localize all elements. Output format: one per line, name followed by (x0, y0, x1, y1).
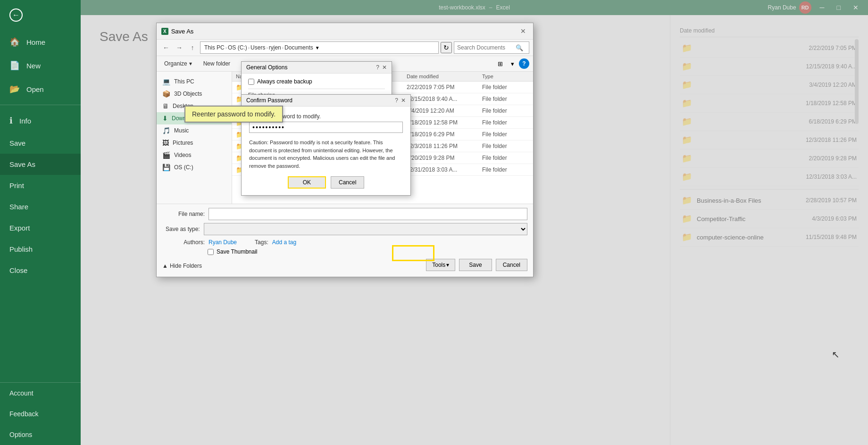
general-options-help-button[interactable]: ? (376, 64, 379, 71)
view-dropdown-button[interactable]: ▾ (507, 58, 518, 69)
confirm-ok-button[interactable]: OK (288, 176, 326, 189)
authors-value[interactable]: Ryan Dube (209, 239, 237, 246)
help-button[interactable]: ? (519, 58, 529, 69)
refresh-button[interactable]: ↻ (441, 42, 452, 53)
forward-nav-button[interactable]: → (174, 42, 185, 53)
confirm-password-help-button[interactable]: ? (395, 97, 398, 104)
back-button[interactable]: ← (0, 0, 81, 30)
confirm-password-titlebar: Confirm Password ? ✕ (242, 95, 410, 107)
authors-row: Authors: Ryan Dube Tags: Add a tag (162, 239, 527, 246)
sidebar-item-home[interactable]: 🏠 Home (0, 30, 81, 54)
back-nav-button[interactable]: ← (160, 42, 172, 53)
authors-label: Authors: (162, 239, 205, 246)
general-options-close-button[interactable]: ✕ (382, 64, 387, 71)
sidebar-item-share[interactable]: Share (0, 196, 81, 217)
main-content: test-workbook.xlsx – Excel Ryan Dube RD … (81, 0, 868, 445)
sidebar-item-export[interactable]: Export (0, 217, 81, 239)
videos-icon: 🎬 (162, 151, 170, 159)
music-icon: 🎵 (162, 127, 170, 134)
breadcrumb-os[interactable]: OS (C:) (228, 44, 247, 51)
sidebar-item-info[interactable]: ℹ Info (0, 109, 81, 132)
file-type-dropdown[interactable] (204, 223, 527, 235)
sidebar-item-account[interactable]: Account (0, 383, 81, 404)
address-dropdown-button[interactable]: ▼ (315, 45, 320, 50)
confirm-password-close-button[interactable]: ✕ (401, 97, 406, 104)
confirm-password-input[interactable] (249, 122, 403, 133)
always-backup-checkbox[interactable] (248, 79, 254, 85)
downloads-icon: ⬇ (162, 115, 168, 122)
left-nav-videos[interactable]: 🎬 Videos (157, 149, 232, 161)
col-type-header: Type (482, 74, 529, 79)
nav-toolbar: ← → ↑ This PC › OS (C:) › Users › ryjen … (157, 40, 533, 56)
sidebar-item-print[interactable]: Print (0, 175, 81, 196)
col-date-header[interactable]: Date modified (407, 74, 482, 79)
breadcrumb-documents[interactable]: Documents (284, 44, 313, 51)
up-nav-button[interactable]: ↑ (187, 42, 198, 53)
sidebar-item-open[interactable]: 📂 Open (0, 77, 81, 101)
left-navigation: 💻 This PC 📦 3D Objects 🖥 Desktop ⬇ Downl… (157, 72, 232, 204)
sidebar-item-save-as[interactable]: Save As (0, 154, 81, 175)
sidebar-item-label-new: New (26, 62, 41, 70)
search-box: 🔍 (454, 41, 529, 54)
left-nav-music[interactable]: 🎵 Music (157, 124, 232, 137)
save-thumbnail-checkbox[interactable] (208, 249, 214, 255)
general-options-titlebar: General Options ? ✕ (242, 62, 392, 74)
sidebar-item-label-open: Open (26, 85, 44, 93)
left-nav-pictures[interactable]: 🖼 Pictures (157, 137, 232, 149)
tools-button[interactable]: Tools ▾ (426, 259, 455, 271)
left-nav-this-pc[interactable]: 💻 This PC (157, 75, 232, 88)
breadcrumb-ryjen[interactable]: ryjen (269, 44, 281, 51)
tools-dropdown-icon: ▾ (446, 262, 449, 268)
sidebar-item-label-close: Close (9, 266, 27, 274)
sidebar-item-feedback[interactable]: Feedback (0, 404, 81, 424)
file-name-label: File name: (162, 211, 205, 217)
confirm-cancel-button[interactable]: Cancel (331, 176, 364, 189)
view-toggle-button[interactable]: ⊞ (494, 58, 506, 69)
excel-icon: X (161, 28, 168, 35)
new-folder-button[interactable]: New folder (199, 59, 235, 68)
cancel-button[interactable]: Cancel (496, 259, 527, 271)
sidebar-item-label-info: Info (19, 117, 31, 125)
breadcrumb-users[interactable]: Users (250, 44, 265, 51)
sidebar-item-options[interactable]: Options (0, 424, 81, 445)
file-type-row: Save as type: (162, 223, 527, 235)
save-thumbnail-label: Save Thumbnail (217, 248, 258, 255)
hide-folders-arrow: ▲ (162, 263, 168, 269)
organize-button[interactable]: Organize ▾ (160, 59, 196, 68)
back-icon: ← (9, 8, 23, 22)
info-icon: ℹ (9, 115, 13, 126)
desktop-icon: 🖥 (162, 102, 169, 110)
callout-text: Reenter password to modify. (192, 110, 275, 118)
file-type-label: Save as type: (162, 226, 200, 232)
dialog-title-label: Save As (171, 28, 194, 35)
left-nav-3d-objects[interactable]: 📦 3D Objects (157, 88, 232, 100)
sidebar-item-label-home: Home (26, 38, 45, 46)
dialog-title-area: X Save As (161, 28, 193, 35)
left-nav-os-c[interactable]: 💾 OS (C:) (157, 161, 232, 173)
view-buttons: ⊞ ▾ ? (494, 58, 529, 69)
open-icon: 📂 (9, 84, 20, 94)
3d-icon: 📦 (162, 90, 170, 98)
breadcrumb-this-pc[interactable]: This PC (204, 44, 225, 51)
search-input[interactable] (457, 44, 514, 51)
dialog-close-button[interactable]: ✕ (518, 26, 528, 36)
always-backup-label: Always create backup (257, 78, 312, 85)
sidebar-item-publish[interactable]: Publish (0, 239, 81, 260)
save-button[interactable]: Save (459, 259, 492, 271)
sidebar-item-save[interactable]: Save (0, 132, 81, 154)
drive-icon: 💾 (162, 164, 170, 171)
sidebar-item-label-publish: Publish (9, 245, 33, 253)
organize-dropdown-icon: ▾ (189, 60, 192, 67)
dialog-footer: File name: Save as type: Authors: Ryan D… (157, 204, 533, 277)
sidebar-item-close[interactable]: Close (0, 260, 81, 281)
sidebar-item-label-export: Export (9, 224, 30, 232)
callout-tooltip: Reenter password to modify. (184, 106, 283, 123)
confirm-warning-text: Caution: Password to modify is not a sec… (249, 139, 403, 170)
sidebar-bottom: Account Feedback Options (0, 382, 81, 445)
hide-folders-button[interactable]: ▲ Hide Folders (162, 263, 202, 269)
search-icon[interactable]: 🔍 (516, 44, 523, 51)
address-bar[interactable]: This PC › OS (C:) › Users › ryjen › Docu… (200, 41, 439, 54)
sidebar-item-new[interactable]: 📄 New (0, 54, 81, 77)
file-name-input[interactable] (209, 208, 527, 220)
tags-value[interactable]: Add a tag (272, 239, 296, 246)
